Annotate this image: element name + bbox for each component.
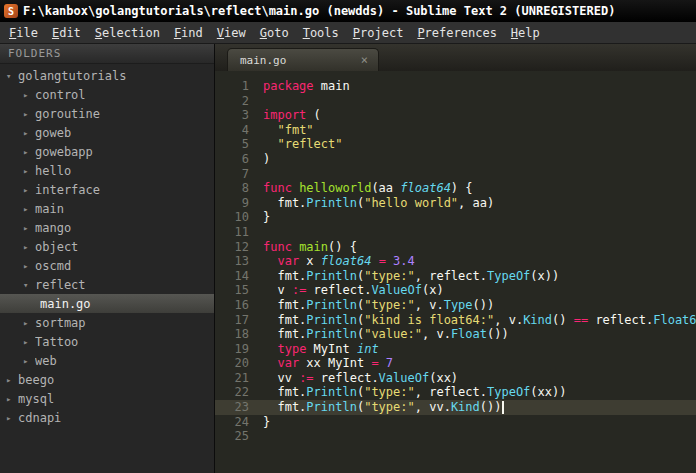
collapse-arrow-icon[interactable]: ▾	[6, 71, 18, 81]
menu-selection[interactable]: Selection	[88, 22, 167, 43]
line-number: 4	[215, 123, 249, 138]
folder-golangtutorials[interactable]: ▾golangtutorials	[0, 66, 214, 85]
folder-reflect[interactable]: ▾reflect	[0, 275, 214, 294]
folder-mango[interactable]: ▸mango	[0, 218, 214, 237]
code-line-11[interactable]: 11	[215, 225, 696, 240]
code-line-20[interactable]: 20 var xx MyInt = 7	[215, 356, 696, 371]
tab-main-go[interactable]: main.go ×	[227, 48, 379, 71]
code-line-24[interactable]: 24}	[215, 415, 696, 430]
code-line-14[interactable]: 14 fmt.Println("type:", reflect.TypeOf(x…	[215, 269, 696, 284]
tree-item-label: goweb	[35, 126, 71, 140]
folder-tree: ▾golangtutorials▸control▸goroutine▸goweb…	[0, 64, 214, 427]
line-number: 15	[215, 283, 249, 298]
menu-file[interactable]: File	[2, 22, 45, 43]
line-number: 11	[215, 225, 249, 240]
line-number: 13	[215, 254, 249, 269]
expand-arrow-icon[interactable]: ▸	[23, 223, 35, 233]
code-line-18[interactable]: 18 fmt.Println("value:", v.Float())	[215, 327, 696, 342]
expand-arrow-icon[interactable]: ▸	[23, 356, 35, 366]
line-number: 6	[215, 152, 249, 167]
expand-arrow-icon[interactable]: ▸	[23, 166, 35, 176]
expand-arrow-icon[interactable]: ▸	[23, 109, 35, 119]
code-line-13[interactable]: 13 var x float64 = 3.4	[215, 254, 696, 269]
expand-arrow-icon[interactable]: ▸	[23, 185, 35, 195]
expand-arrow-icon[interactable]: ▸	[23, 147, 35, 157]
line-number: 9	[215, 196, 249, 211]
window-title: F:\kanbox\golangtutorials\reflect\main.g…	[23, 4, 615, 18]
menu-project[interactable]: Project	[346, 22, 411, 43]
code-line-19[interactable]: 19 type MyInt int	[215, 342, 696, 357]
line-content: "fmt"	[249, 123, 314, 138]
folder-web[interactable]: ▸web	[0, 351, 214, 370]
folder-mysql[interactable]: ▸mysql	[0, 389, 214, 408]
code-line-6[interactable]: 6)	[215, 152, 696, 167]
code-line-3[interactable]: 3import (	[215, 108, 696, 123]
tab-bar: main.go ×	[215, 44, 696, 71]
code-line-12[interactable]: 12func main() {	[215, 240, 696, 255]
folder-beego[interactable]: ▸beego	[0, 370, 214, 389]
collapse-arrow-icon[interactable]: ▾	[23, 280, 35, 290]
sidebar: FOLDERS ▾golangtutorials▸control▸gorouti…	[0, 44, 215, 473]
folder-main[interactable]: ▸main	[0, 199, 214, 218]
expand-arrow-icon[interactable]: ▸	[6, 375, 18, 385]
line-number: 18	[215, 327, 249, 342]
folder-hello[interactable]: ▸hello	[0, 161, 214, 180]
code-line-22[interactable]: 22 fmt.Println("type:", reflect.TypeOf(x…	[215, 385, 696, 400]
line-number: 21	[215, 371, 249, 386]
line-content: fmt.Println("type:", reflect.TypeOf(xx))	[249, 385, 566, 400]
code-line-16[interactable]: 16 fmt.Println("type:", v.Type())	[215, 298, 696, 313]
folder-goroutine[interactable]: ▸goroutine	[0, 104, 214, 123]
code-line-7[interactable]: 7	[215, 167, 696, 182]
line-content	[249, 429, 263, 444]
folder-control[interactable]: ▸control	[0, 85, 214, 104]
line-number: 16	[215, 298, 249, 313]
folder-gowebapp[interactable]: ▸gowebapp	[0, 142, 214, 161]
expand-arrow-icon[interactable]: ▸	[23, 204, 35, 214]
menu-view[interactable]: View	[210, 22, 253, 43]
code-line-5[interactable]: 5 "reflect"	[215, 137, 696, 152]
menu-goto[interactable]: Goto	[253, 22, 296, 43]
expand-arrow-icon[interactable]: ▸	[23, 337, 35, 347]
folder-oscmd[interactable]: ▸oscmd	[0, 256, 214, 275]
menu-help[interactable]: Help	[504, 22, 547, 43]
expand-arrow-icon[interactable]: ▸	[23, 318, 35, 328]
menu-find[interactable]: Find	[167, 22, 210, 43]
code-line-23[interactable]: 23 fmt.Println("type:", vv.Kind())	[215, 400, 696, 415]
code-line-25[interactable]: 25	[215, 429, 696, 444]
tree-item-label: oscmd	[35, 259, 71, 273]
expand-arrow-icon[interactable]: ▸	[23, 261, 35, 271]
expand-arrow-icon[interactable]: ▸	[23, 90, 35, 100]
code-line-15[interactable]: 15 v := reflect.ValueOf(x)	[215, 283, 696, 298]
folder-goweb[interactable]: ▸goweb	[0, 123, 214, 142]
expand-arrow-icon[interactable]: ▸	[6, 413, 18, 423]
code-line-8[interactable]: 8func helloworld(aa float64) {	[215, 181, 696, 196]
line-content: v := reflect.ValueOf(x)	[249, 283, 444, 298]
menu-preferences[interactable]: Preferences	[410, 22, 503, 43]
code-editor[interactable]: 1package main23import (4 "fmt"5 "reflect…	[215, 71, 696, 473]
line-content: fmt.Println("type:", vv.Kind())	[249, 400, 504, 415]
line-number: 3	[215, 108, 249, 123]
expand-arrow-icon[interactable]: ▸	[23, 128, 35, 138]
file-main.go[interactable]: main.go	[0, 294, 214, 313]
line-content	[249, 167, 263, 182]
code-line-10[interactable]: 10}	[215, 210, 696, 225]
tree-item-label: golangtutorials	[18, 69, 126, 83]
folder-interface[interactable]: ▸interface	[0, 180, 214, 199]
code-line-1[interactable]: 1package main	[215, 79, 696, 94]
folder-object[interactable]: ▸object	[0, 237, 214, 256]
menu-edit[interactable]: Edit	[45, 22, 88, 43]
code-line-2[interactable]: 2	[215, 94, 696, 109]
menu-tools[interactable]: Tools	[296, 22, 346, 43]
folder-cdnapi[interactable]: ▸cdnapi	[0, 408, 214, 427]
code-line-17[interactable]: 17 fmt.Println("kind is float64:", v.Kin…	[215, 313, 696, 328]
expand-arrow-icon[interactable]: ▸	[23, 242, 35, 252]
code-line-21[interactable]: 21 vv := reflect.ValueOf(xx)	[215, 371, 696, 386]
tree-item-label: mango	[35, 221, 71, 235]
folder-tattoo[interactable]: ▸Tattoo	[0, 332, 214, 351]
line-number: 24	[215, 415, 249, 430]
folder-sortmap[interactable]: ▸sortmap	[0, 313, 214, 332]
code-line-9[interactable]: 9 fmt.Println("hello world", aa)	[215, 196, 696, 211]
expand-arrow-icon[interactable]: ▸	[6, 394, 18, 404]
tab-close-icon[interactable]: ×	[359, 54, 370, 66]
code-line-4[interactable]: 4 "fmt"	[215, 123, 696, 138]
